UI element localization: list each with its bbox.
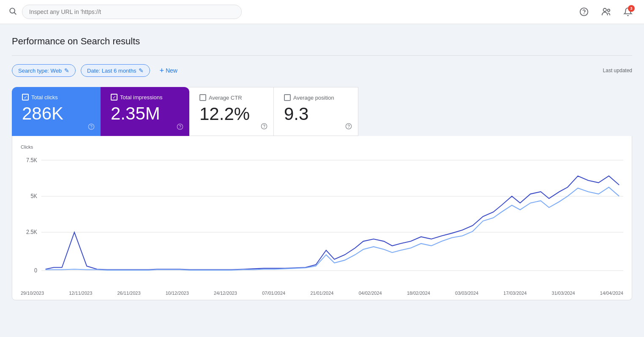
svg-line-1: [14, 12, 16, 14]
total-clicks-card[interactable]: ✓ Total clicks 286K: [12, 87, 101, 136]
svg-text:0: 0: [34, 267, 37, 274]
help-icon[interactable]: [576, 4, 592, 19]
avg-ctr-checkbox[interactable]: [199, 94, 206, 101]
x-label-3: 10/12/2023: [166, 291, 189, 296]
x-label-9: 03/03/2024: [455, 291, 478, 296]
search-type-edit-icon: ✎: [64, 67, 69, 74]
avg-ctr-help-icon: [261, 123, 267, 131]
url-input[interactable]: [22, 5, 242, 19]
total-clicks-help-icon: [88, 123, 95, 132]
svg-text:2.5K: 2.5K: [26, 229, 37, 236]
svg-text:7.5K: 7.5K: [26, 157, 37, 163]
notification-icon[interactable]: 3: [620, 4, 636, 19]
main-content: Performance on Search results Search typ…: [0, 24, 644, 300]
metric-cards: ✓ Total clicks 286K ✓ Total impressions: [12, 87, 632, 136]
avg-ctr-card[interactable]: Average CTR 12.2%: [189, 87, 274, 136]
filter-row: Search type: Web ✎ Date: Last 6 months ✎…: [12, 64, 632, 77]
total-clicks-checkbox[interactable]: ✓: [22, 94, 29, 101]
avg-ctr-label: Average CTR: [209, 95, 242, 101]
x-axis-labels: 29/10/2023 12/11/2023 26/11/2023 10/12/2…: [21, 288, 623, 296]
total-impressions-label: Total impressions: [120, 94, 162, 101]
last-updated: Last updated: [603, 68, 632, 73]
new-filter-button[interactable]: + New: [155, 64, 182, 77]
section-divider: [12, 55, 632, 56]
chart-area: Clicks 7.5K 5K 2.5K 0: [12, 136, 632, 300]
total-impressions-checkbox[interactable]: ✓: [111, 94, 117, 101]
page-title: Performance on Search results: [12, 36, 632, 47]
total-clicks-value: 286K: [22, 104, 90, 123]
svg-text:5K: 5K: [31, 193, 38, 200]
avg-position-label: Average position: [293, 95, 334, 101]
x-label-6: 21/01/2024: [310, 291, 333, 296]
search-type-label: Search type: Web: [18, 68, 62, 74]
avg-ctr-value: 12.2%: [199, 104, 263, 124]
new-label: New: [166, 67, 177, 74]
search-type-chip[interactable]: Search type: Web ✎: [12, 64, 76, 77]
performance-chart: 7.5K 5K 2.5K 0: [21, 151, 623, 286]
total-impressions-value: 2.35M: [111, 104, 179, 123]
total-clicks-label: Total clicks: [31, 94, 58, 101]
top-bar: 3: [0, 0, 644, 24]
total-impressions-card[interactable]: ✓ Total impressions 2.35M: [101, 87, 189, 136]
plus-icon: +: [159, 67, 164, 74]
svg-point-4: [603, 8, 606, 11]
search-icon: [8, 7, 17, 17]
total-impressions-help-icon: [177, 123, 183, 132]
date-chip[interactable]: Date: Last 6 months ✎: [81, 64, 150, 77]
x-label-10: 17/03/2024: [503, 291, 527, 296]
chart-svg-wrap: 7.5K 5K 2.5K 0: [21, 151, 623, 288]
chart-y-label: Clicks: [21, 144, 623, 149]
avg-position-value: 9.3: [284, 104, 348, 124]
x-label-7: 04/02/2024: [359, 291, 382, 296]
x-label-11: 31/03/2024: [552, 291, 575, 296]
x-label-2: 26/11/2023: [117, 291, 140, 296]
metrics-and-chart: ✓ Total clicks 286K ✓ Total impressions: [12, 87, 632, 300]
people-icon[interactable]: [598, 4, 614, 19]
avg-position-checkbox[interactable]: [284, 94, 291, 101]
x-label-4: 24/12/2023: [214, 291, 237, 296]
x-label-12: 14/04/2024: [600, 291, 623, 296]
date-label: Date: Last 6 months: [87, 68, 136, 74]
x-label-1: 12/11/2023: [69, 291, 92, 296]
x-label-8: 18/02/2024: [407, 291, 430, 296]
svg-point-0: [10, 8, 15, 13]
avg-position-help-icon: [345, 123, 352, 131]
avg-position-card[interactable]: Average position 9.3: [274, 87, 358, 136]
clicks-line: [46, 176, 619, 270]
svg-point-5: [608, 9, 610, 11]
x-label-5: 07/01/2024: [262, 291, 285, 296]
x-label-0: 29/10/2023: [21, 291, 44, 296]
date-edit-icon: ✎: [139, 67, 144, 74]
notification-badge: 3: [628, 5, 635, 12]
